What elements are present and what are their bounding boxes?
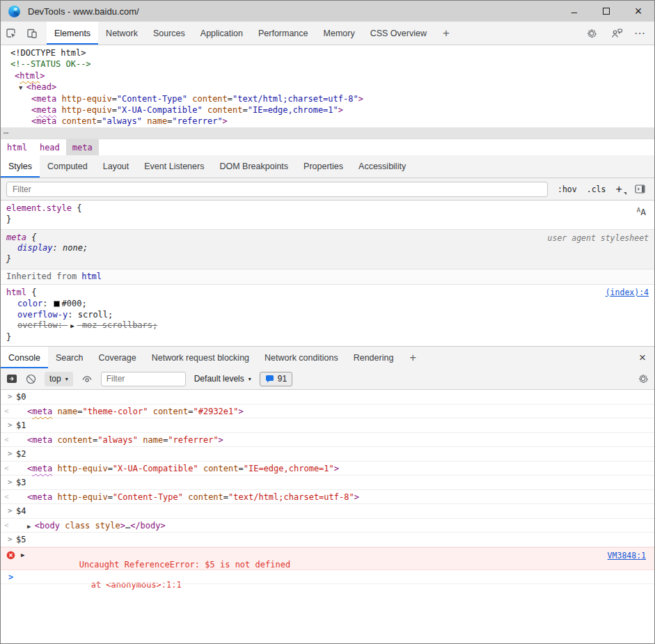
close-button[interactable]: × (622, 1, 654, 22)
gear-icon (638, 373, 649, 384)
computed-sidebar-toggle-button[interactable] (635, 184, 645, 194)
css-declaration[interactable]: color: #000; (6, 299, 649, 310)
dom-tree-line[interactable]: <meta http-equiv="X-UA-Compatible" conte… (1, 104, 654, 116)
dom-tree-line[interactable]: ▼ <head> (1, 81, 654, 93)
console-filter-input[interactable] (101, 372, 186, 386)
feedback-button[interactable] (606, 28, 627, 39)
css-declaration-invalid[interactable]: overflow: ▶-moz-scrollbars; (6, 320, 649, 332)
font-editor-icon[interactable]: AA (637, 207, 646, 217)
user-agent-rule[interactable]: user agent stylesheet meta { display: no… (1, 230, 654, 269)
dom-tree-line-selected[interactable]: ⋯ <meta name="theme-color" content="#293… (1, 127, 654, 139)
tab-network[interactable]: Network (98, 22, 145, 45)
console-result-row[interactable]: < <meta content="always" name="referrer"… (1, 433, 654, 448)
inspect-element-button[interactable] (1, 22, 22, 45)
more-options-button[interactable]: ⋯ (631, 26, 649, 40)
close-drawer-button[interactable]: × (631, 347, 654, 368)
dom-tree-line[interactable]: <!--STATUS OK--> (1, 58, 654, 70)
toggle-class-button[interactable]: .cls (587, 184, 606, 194)
live-expression-button[interactable] (81, 375, 93, 384)
tab-console[interactable]: Console (1, 347, 48, 368)
add-drawer-tab-button[interactable]: + (401, 347, 425, 368)
breadcrumb-meta[interactable]: meta (66, 139, 99, 155)
titlebar: DevTools - www.baidu.com/ – × (1, 1, 654, 22)
console-toolbar: top▾ Default levels▾ 91 (1, 368, 654, 390)
settings-button[interactable] (581, 28, 602, 39)
tab-dom-breakpoints[interactable]: DOM Breakpoints (212, 155, 296, 178)
tab-rendering[interactable]: Rendering (346, 347, 402, 368)
minimize-button[interactable]: – (558, 1, 590, 22)
console-prompt-row[interactable]: > (1, 570, 654, 585)
breadcrumb-head[interactable]: head (33, 139, 66, 155)
element-style-rule[interactable]: AA element.style { } (1, 201, 654, 230)
dom-tree-line[interactable]: <!DOCTYPE html> (1, 47, 654, 58)
issues-counter-button[interactable]: 91 (260, 372, 292, 386)
elements-dom-tree: <!DOCTYPE html> <!--STATUS OK--> <html> … (1, 45, 654, 139)
console-command-row[interactable]: > $5 (1, 533, 654, 547)
console-result-row[interactable]: < <meta name="theme-color" content="#293… (1, 405, 654, 419)
new-style-rule-button[interactable]: + (615, 183, 626, 196)
clear-console-button[interactable] (26, 374, 36, 384)
issues-bubble-icon (265, 375, 274, 383)
toggle-hover-state-button[interactable]: :hov (558, 184, 577, 194)
panel-tabs: Elements Network Sources Application Per… (47, 22, 458, 45)
html-rule[interactable]: (index):4 html { color: #000; overflow-y… (1, 285, 654, 346)
tab-css-overview[interactable]: CSS Overview (363, 22, 434, 45)
console-command-row[interactable]: > $0 (1, 390, 654, 405)
console-result-row[interactable]: < <meta http-equiv="Content-Type" conten… (1, 490, 654, 505)
inherited-element-link[interactable]: html (81, 272, 102, 281)
maximize-button[interactable] (590, 1, 622, 22)
stylesheet-source-link[interactable]: (index):4 (606, 288, 649, 297)
tab-styles[interactable]: Styles (1, 155, 40, 178)
console-result-row[interactable]: < ▶ <body class style>…</body> (1, 519, 654, 533)
tab-elements[interactable]: Elements (47, 22, 98, 45)
tab-properties[interactable]: Properties (296, 155, 351, 178)
result-chevron-icon: < (1, 433, 27, 445)
styles-toolbar: :hov .cls + (1, 178, 654, 201)
drawer-tabs: Console Search Coverage Network request … (1, 347, 654, 368)
console-settings-button[interactable] (638, 373, 649, 384)
tab-memory[interactable]: Memory (316, 22, 363, 45)
tab-application[interactable]: Application (193, 22, 251, 45)
more-actions-dots-icon[interactable]: ⋯ (3, 127, 9, 139)
inherited-from-header: Inherited from html (1, 269, 654, 285)
styles-filter-input[interactable] (6, 182, 548, 197)
command-chevron-icon: > (1, 447, 16, 459)
sidebar-tabs: Styles Computed Layout Event Listeners D… (1, 155, 654, 178)
breadcrumb-html[interactable]: html (1, 139, 33, 155)
error-source-link[interactable]: VM3848:1 (608, 551, 646, 560)
tab-coverage[interactable]: Coverage (90, 347, 143, 368)
tab-search[interactable]: Search (48, 347, 91, 368)
console-command-row[interactable]: > $2 (1, 447, 654, 462)
css-declaration[interactable]: overflow-y: scroll; (6, 310, 649, 321)
console-command-row[interactable]: > $1 (1, 418, 654, 433)
tab-sources[interactable]: Sources (145, 22, 193, 45)
tab-accessibility[interactable]: Accessibility (351, 155, 413, 178)
console-log: > $0 < <meta name="theme-color" content=… (1, 390, 654, 643)
tab-layout[interactable]: Layout (95, 155, 137, 178)
console-command-row[interactable]: > $3 (1, 476, 654, 490)
color-swatch[interactable] (54, 301, 60, 307)
expand-triangle-icon[interactable]: ▶ (68, 322, 77, 329)
console-error-row[interactable]: ▶ Uncaught ReferenceError: $5 is not def… (1, 547, 654, 570)
console-sidebar-icon (6, 374, 17, 384)
console-sidebar-toggle-button[interactable] (6, 374, 17, 384)
chevron-down-icon: ▾ (65, 376, 68, 382)
expand-triangle-icon[interactable]: ▶ (21, 551, 24, 558)
tab-computed[interactable]: Computed (40, 155, 95, 178)
device-toolbar-button[interactable] (22, 22, 42, 45)
tab-network-request-blocking[interactable]: Network request blocking (144, 347, 257, 368)
tab-network-conditions[interactable]: Network conditions (257, 347, 346, 368)
tab-performance[interactable]: Performance (251, 22, 316, 45)
styles-pane: AA element.style { } user agent styleshe… (1, 201, 654, 346)
dom-tree-line[interactable]: <meta content="always" name="referrer"> (1, 116, 654, 127)
add-panel-button[interactable]: + (434, 22, 458, 45)
log-levels-selector[interactable]: Default levels▾ (194, 374, 251, 384)
dom-tree-line[interactable]: <html> (1, 70, 654, 81)
execution-context-selector[interactable]: top▾ (45, 372, 73, 386)
dom-tree-line[interactable]: <meta http-equiv="Content-Type" content=… (1, 93, 654, 104)
result-chevron-icon: < (1, 462, 27, 473)
console-result-row[interactable]: < <meta http-equiv="X-UA-Compatible" con… (1, 462, 654, 476)
console-command-row[interactable]: > $4 (1, 504, 654, 519)
error-icon (6, 551, 15, 562)
tab-event-listeners[interactable]: Event Listeners (136, 155, 212, 178)
